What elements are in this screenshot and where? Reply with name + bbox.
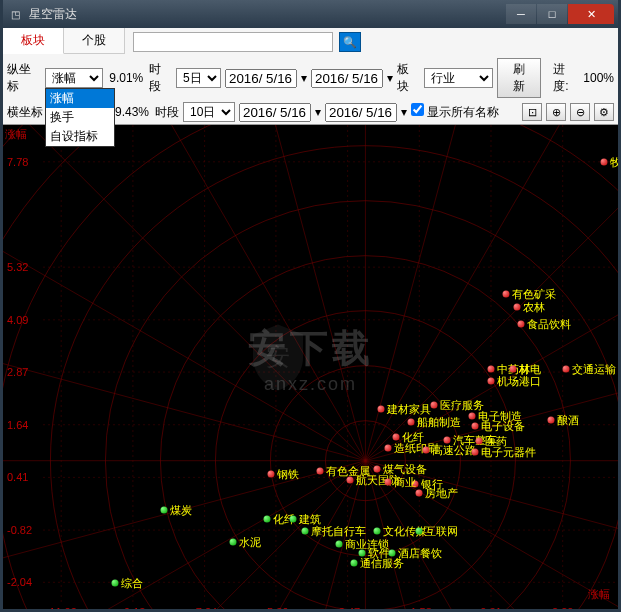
y-axis-dropdown-open[interactable]: 涨幅 换手 自设指标 — [45, 88, 115, 147]
svg-line-29 — [158, 125, 365, 461]
y-tick: 0.41 — [7, 471, 28, 483]
data-point[interactable] — [407, 419, 414, 426]
maximize-button[interactable]: □ — [537, 4, 567, 24]
data-point[interactable] — [267, 470, 274, 477]
data-point[interactable] — [385, 479, 392, 486]
data-point[interactable] — [415, 528, 422, 535]
toolbar: 板块 个股 🔍 纵坐标 涨幅 涨幅 换手 自设指标 9.01% 时段 5日 ▾ … — [3, 28, 618, 125]
data-point[interactable] — [517, 320, 524, 327]
y-tick: 2.87 — [7, 366, 28, 378]
svg-line-27 — [3, 125, 365, 461]
svg-line-28 — [3, 125, 365, 461]
data-point[interactable] — [392, 434, 399, 441]
y-tick: -0.82 — [7, 524, 32, 536]
data-point[interactable] — [514, 303, 521, 310]
refresh-button[interactable]: 刷新 — [497, 58, 542, 98]
data-point[interactable] — [161, 506, 168, 513]
period-select-1[interactable]: 5日 — [176, 68, 221, 88]
data-point[interactable] — [351, 560, 358, 567]
zoom-out-button[interactable]: ⊖ — [570, 103, 590, 121]
dropdown-icon[interactable]: ▾ — [315, 105, 321, 119]
data-point[interactable] — [263, 515, 270, 522]
date-to-2[interactable] — [325, 103, 397, 122]
period-select-2[interactable]: 10日 — [183, 102, 235, 122]
data-point[interactable] — [502, 290, 509, 297]
dropdown-option[interactable]: 换手 — [46, 108, 114, 127]
svg-point-10 — [3, 125, 618, 612]
data-point[interactable] — [385, 444, 392, 451]
data-point[interactable] — [373, 466, 380, 473]
data-point[interactable] — [347, 476, 354, 483]
date-from-1[interactable] — [225, 69, 297, 88]
data-point[interactable] — [301, 528, 308, 535]
tab-sector[interactable]: 板块 — [3, 28, 64, 54]
show-names-checkbox[interactable]: 显示所有名称 — [411, 103, 499, 121]
search-icon: 🔍 — [343, 36, 357, 49]
dropdown-icon[interactable]: ▾ — [387, 71, 393, 85]
zoom-in-button[interactable]: ⊕ — [546, 103, 566, 121]
x-tick: -3.47 — [335, 606, 360, 612]
date-to-1[interactable] — [311, 69, 383, 88]
data-point[interactable] — [415, 489, 422, 496]
data-point[interactable] — [316, 468, 323, 475]
x-axis-label: 横坐标 — [7, 104, 43, 121]
tab-stock[interactable]: 个股 — [64, 28, 125, 53]
search-button[interactable]: 🔍 — [339, 32, 361, 52]
y-tick: -2.04 — [7, 576, 32, 588]
date-from-2[interactable] — [239, 103, 311, 122]
data-point[interactable] — [563, 365, 570, 372]
svg-line-20 — [3, 461, 365, 612]
y-tick: 7.78 — [7, 156, 28, 168]
dropdown-icon[interactable]: ▾ — [301, 71, 307, 85]
svg-line-22 — [3, 461, 365, 612]
y-axis-select[interactable]: 涨幅 涨幅 换手 自设指标 — [45, 68, 103, 88]
data-point[interactable] — [112, 579, 119, 586]
svg-line-26 — [3, 125, 365, 461]
data-point[interactable] — [468, 412, 475, 419]
minimize-button[interactable]: ─ — [506, 4, 536, 24]
y-tick: 1.64 — [7, 419, 28, 431]
dropdown-option[interactable]: 涨幅 — [46, 89, 114, 108]
radar-chart[interactable]: 涨幅 涨幅 安 安下载 anxz.com -2.04-0.820.411.642… — [3, 125, 618, 612]
data-point[interactable] — [430, 402, 437, 409]
data-point[interactable] — [388, 549, 395, 556]
zoom-extent-button[interactable]: ⊡ — [522, 103, 542, 121]
data-point[interactable] — [411, 481, 418, 488]
data-point[interactable] — [229, 539, 236, 546]
data-point[interactable] — [377, 406, 384, 413]
data-point[interactable] — [476, 438, 483, 445]
data-point[interactable] — [373, 528, 380, 535]
data-point[interactable] — [487, 378, 494, 385]
svg-line-17 — [365, 461, 572, 612]
dropdown-icon[interactable]: ▾ — [401, 105, 407, 119]
data-point[interactable] — [423, 446, 430, 453]
window-title: 星空雷达 — [29, 6, 77, 23]
data-point[interactable] — [487, 365, 494, 372]
data-point[interactable] — [443, 437, 450, 444]
x-tick: -7.24 — [192, 606, 217, 612]
y-axis-title: 涨幅 — [5, 127, 27, 142]
data-point[interactable] — [601, 158, 608, 165]
window-titlebar: ◳ 星空雷达 ─ □ ✕ — [3, 0, 618, 28]
settings-button[interactable]: ⚙ — [594, 103, 614, 121]
data-point[interactable] — [510, 365, 517, 372]
search-input[interactable] — [133, 32, 333, 52]
x-tick: 2.20 — [552, 606, 573, 612]
x-tick: -5.36 — [263, 606, 288, 612]
data-point[interactable] — [472, 423, 479, 430]
data-point[interactable] — [472, 449, 479, 456]
svg-line-23 — [3, 461, 365, 612]
svg-line-25 — [3, 254, 365, 461]
data-point[interactable] — [290, 515, 297, 522]
close-button[interactable]: ✕ — [568, 4, 614, 24]
data-point[interactable] — [548, 417, 555, 424]
x-pct-value: -9.43% — [109, 105, 151, 119]
y-tick: 4.09 — [7, 314, 28, 326]
svg-line-21 — [3, 461, 365, 612]
data-point[interactable] — [335, 541, 342, 548]
svg-line-16 — [365, 461, 618, 612]
data-point[interactable] — [358, 549, 365, 556]
svg-line-32 — [365, 125, 618, 461]
dropdown-option[interactable]: 自设指标 — [46, 127, 114, 146]
sector-select[interactable]: 行业 — [424, 68, 493, 88]
